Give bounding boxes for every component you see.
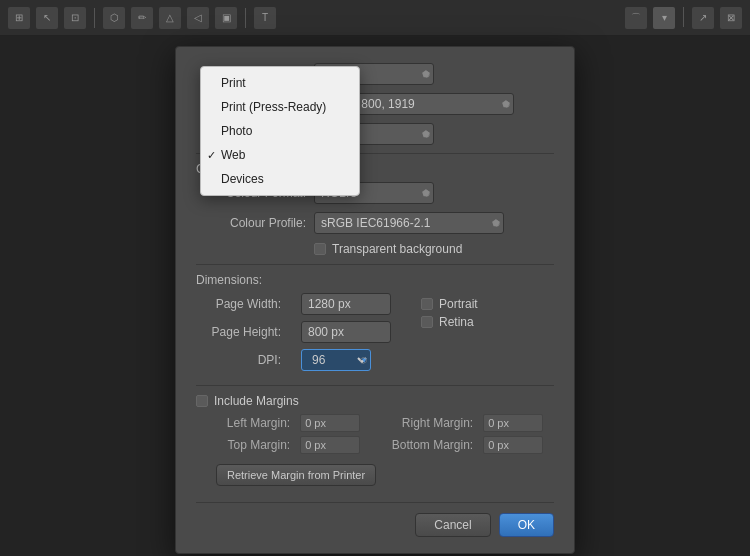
dropdown-item-print-press-ready[interactable]: Print (Press-Ready) xyxy=(201,95,359,119)
transparent-checkbox[interactable] xyxy=(314,243,326,255)
toolbar-grid-icon[interactable]: ⊞ xyxy=(8,7,30,29)
page-width-row: Page Width: xyxy=(206,293,391,315)
toolbar-sep-1 xyxy=(94,8,95,28)
page-height-input[interactable] xyxy=(301,321,391,343)
page-height-label: Page Height: xyxy=(206,325,281,339)
colour-profile-row: Colour Profile: sRGB IEC61966-2.1 ⬟ xyxy=(196,212,554,234)
top-margin-input[interactable] xyxy=(300,436,360,454)
right-margin-input[interactable] xyxy=(483,414,543,432)
retina-checkbox[interactable] xyxy=(421,316,433,328)
include-margins-checkbox[interactable] xyxy=(196,395,208,407)
ok-button[interactable]: OK xyxy=(499,513,554,537)
dpi-row: DPI: 96 ▾ xyxy=(206,349,391,371)
retrieve-margin-button[interactable]: Retrieve Margin from Printer xyxy=(216,464,376,486)
transparent-label: Transparent background xyxy=(332,242,462,256)
include-margins-row: Include Margins xyxy=(196,394,554,408)
dialog-footer: Cancel OK xyxy=(196,502,554,537)
toolbar: ⊞ ↖ ⊡ ⬡ ✏ △ ◁ ▣ T ⌒ ▾ ↗ ⊠ xyxy=(0,0,750,36)
page-width-input[interactable] xyxy=(301,293,391,315)
dropdown-item-web[interactable]: Web xyxy=(201,143,359,167)
margin-grid: Left Margin: Right Margin: Top Margin: B… xyxy=(216,414,554,454)
left-margin-label: Left Margin: xyxy=(216,416,290,430)
portrait-label: Portrait xyxy=(439,297,478,311)
toolbar-sep-3 xyxy=(683,7,684,27)
portrait-checkbox[interactable] xyxy=(421,298,433,310)
toolbar-select-icon[interactable]: ↖ xyxy=(36,7,58,29)
toolbar-brush-icon[interactable]: ⌒ xyxy=(625,7,647,29)
dpi-select[interactable]: 96 xyxy=(301,349,371,371)
dropdown-item-print[interactable]: Print xyxy=(201,71,359,95)
top-margin-label: Top Margin: xyxy=(216,438,290,452)
dropdown-item-devices-label: Devices xyxy=(221,172,264,186)
include-margins-label: Include Margins xyxy=(214,394,299,408)
left-margin-input[interactable] xyxy=(300,414,360,432)
dropdown-item-print-press-ready-label: Print (Press-Ready) xyxy=(221,100,326,114)
toolbar-text-icon[interactable]: T xyxy=(254,7,276,29)
toolbar-arrow-icon[interactable]: ◁ xyxy=(187,7,209,29)
dialog-overlay: Type: Web ⬟ Page Preset: 1366 × 800, 191… xyxy=(0,36,750,556)
toolbar-frame-icon[interactable]: ▣ xyxy=(215,7,237,29)
transparent-row: Transparent background xyxy=(314,242,554,256)
toolbar-transform-icon[interactable]: ⬡ xyxy=(103,7,125,29)
toolbar-export-icon[interactable]: ⊠ xyxy=(720,7,742,29)
toolbar-share-icon[interactable]: ↗ xyxy=(692,7,714,29)
toolbar-pen-icon[interactable]: ✏ xyxy=(131,7,153,29)
retina-row: Retina xyxy=(421,315,478,329)
right-margin-label: Right Margin: xyxy=(381,416,473,430)
portrait-row: Portrait xyxy=(421,297,478,311)
section-divider-2 xyxy=(196,264,554,265)
dimensions-section-label: Dimensions: xyxy=(196,273,554,287)
toolbar-crop-icon[interactable]: ⊡ xyxy=(64,7,86,29)
page-height-row: Page Height: xyxy=(206,321,391,343)
dropdown-item-print-label: Print xyxy=(221,76,246,90)
orientation-options: Portrait Retina xyxy=(421,297,478,329)
colour-profile-select-wrapper: sRGB IEC61966-2.1 ⬟ xyxy=(314,212,504,234)
toolbar-sep-2 xyxy=(245,8,246,28)
dimensions-area: Page Width: Page Height: DPI: 96 ▾ xyxy=(206,293,554,377)
toolbar-right: ⌒ ▾ ↗ ⊠ xyxy=(625,7,742,29)
page-width-label: Page Width: xyxy=(206,297,281,311)
dropdown-item-photo[interactable]: Photo xyxy=(201,119,359,143)
colour-profile-select[interactable]: sRGB IEC61966-2.1 xyxy=(314,212,504,234)
dpi-select-wrapper: 96 ▾ xyxy=(301,349,371,371)
dpi-label: DPI: xyxy=(206,353,281,367)
cancel-button[interactable]: Cancel xyxy=(415,513,490,537)
dropdown-item-photo-label: Photo xyxy=(221,124,252,138)
bottom-margin-label: Bottom Margin: xyxy=(381,438,473,452)
section-divider-3 xyxy=(196,385,554,386)
toolbar-shape-icon[interactable]: △ xyxy=(159,7,181,29)
dropdown-item-devices[interactable]: Devices xyxy=(201,167,359,191)
dropdown-item-web-label: Web xyxy=(221,148,245,162)
dimensions-fields: Page Width: Page Height: DPI: 96 ▾ xyxy=(206,293,391,377)
type-dropdown-menu: Print Print (Press-Ready) Photo Web Devi… xyxy=(200,66,360,196)
retina-label: Retina xyxy=(439,315,474,329)
bottom-margin-input[interactable] xyxy=(483,436,543,454)
toolbar-dropdown-icon[interactable]: ▾ xyxy=(653,7,675,29)
colour-profile-label: Colour Profile: xyxy=(196,216,306,230)
